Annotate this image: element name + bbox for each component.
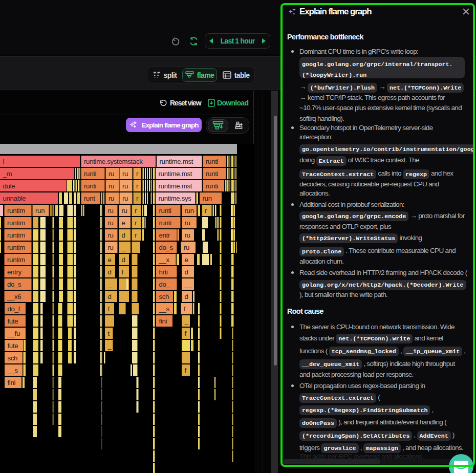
svg-text:runtime.sys: runtime.sys bbox=[159, 195, 192, 202]
svg-text:entr: entr bbox=[159, 231, 170, 239]
svg-text:runt: runt bbox=[84, 195, 95, 202]
svg-text:runtim: runtim bbox=[7, 207, 25, 214]
svg-text:ru: ru bbox=[109, 170, 114, 178]
svg-text:ru: ru bbox=[108, 231, 114, 239]
svg-text:ru: ru bbox=[184, 244, 189, 251]
svg-text:ru: ru bbox=[108, 244, 114, 251]
svg-text:d: d bbox=[122, 256, 125, 264]
svg-text:sch: sch bbox=[159, 293, 169, 300]
svg-text:runti: runti bbox=[84, 170, 97, 178]
svg-text:runtime.mst: runtime.mst bbox=[159, 170, 192, 178]
svg-text:__x6: __x6 bbox=[7, 293, 21, 300]
svg-text:ru: ru bbox=[122, 195, 128, 202]
svg-text:do_f: do_f bbox=[8, 305, 20, 313]
svg-text:d: d bbox=[122, 231, 125, 239]
svg-text:ru: ru bbox=[122, 207, 127, 214]
svg-text:fini: fini bbox=[159, 317, 167, 325]
svg-text:ru: ru bbox=[122, 170, 128, 178]
svg-text:e: e bbox=[185, 256, 188, 264]
svg-text:_: _ bbox=[121, 244, 126, 251]
svg-text:runtime.mst: runtime.mst bbox=[160, 158, 193, 165]
svg-text:ru: ru bbox=[185, 231, 190, 239]
svg-text:__x: __x bbox=[159, 256, 170, 264]
svg-text:_: _ bbox=[107, 281, 112, 288]
svg-text:e: e bbox=[122, 219, 125, 227]
svg-text:fini: fini bbox=[8, 379, 16, 386]
svg-text:ru: ru bbox=[108, 207, 114, 214]
svg-text:_: _ bbox=[184, 317, 189, 325]
svg-text:__fu: __fu bbox=[7, 330, 20, 337]
svg-text:fute: fute bbox=[8, 342, 18, 350]
svg-text:_: _ bbox=[107, 342, 112, 350]
svg-text:runtime.systemstack: runtime.systemstack bbox=[84, 158, 143, 165]
svg-text:__: __ bbox=[184, 281, 192, 288]
svg-text:runtim: runtim bbox=[7, 231, 25, 239]
svg-text:unnable: unnable bbox=[3, 195, 26, 202]
svg-text:runtim: runtim bbox=[7, 256, 25, 264]
svg-text:runti: runti bbox=[159, 219, 172, 227]
svg-text:do_: do_ bbox=[159, 281, 170, 288]
svg-text:hrti: hrti bbox=[159, 268, 168, 276]
svg-text:dule: dule bbox=[3, 182, 15, 190]
svg-text:d: d bbox=[108, 293, 112, 300]
svg-text:_m: _m bbox=[3, 170, 12, 178]
svg-text:do_s: do_s bbox=[7, 281, 21, 288]
svg-text:d: d bbox=[185, 268, 188, 276]
svg-text:__s: __s bbox=[159, 305, 170, 313]
svg-text:entry: entry bbox=[7, 268, 22, 276]
svg-text:__s: __s bbox=[7, 367, 18, 374]
svg-text:run: run bbox=[35, 207, 45, 214]
svg-text:sch: sch bbox=[8, 354, 18, 362]
svg-text:runti: runti bbox=[159, 207, 172, 214]
svg-text:runti: runti bbox=[206, 170, 219, 178]
svg-text:fute: fute bbox=[8, 317, 18, 325]
svg-text:d: d bbox=[108, 268, 112, 276]
svg-text:ru: ru bbox=[109, 195, 114, 202]
svg-text:run: run bbox=[203, 195, 212, 202]
svg-text:do_s: do_s bbox=[159, 244, 174, 251]
svg-text:ru: ru bbox=[185, 219, 190, 227]
svg-text:ru: ru bbox=[108, 219, 114, 227]
svg-text:runtim: runtim bbox=[7, 219, 25, 227]
svg-text:e: e bbox=[108, 256, 112, 264]
svg-text:runtime.mst: runtime.mst bbox=[159, 182, 192, 190]
svg-text:runti: runti bbox=[206, 182, 219, 190]
svg-text:run: run bbox=[185, 207, 194, 214]
svg-text:ru: ru bbox=[109, 182, 114, 190]
svg-text:runti: runti bbox=[84, 182, 97, 190]
svg-text:l: l bbox=[3, 158, 5, 165]
svg-text:runti: runti bbox=[206, 158, 219, 165]
svg-text:ru: ru bbox=[122, 182, 128, 190]
svg-text:d: d bbox=[185, 293, 188, 300]
svg-text:runtim: runtim bbox=[7, 244, 25, 251]
